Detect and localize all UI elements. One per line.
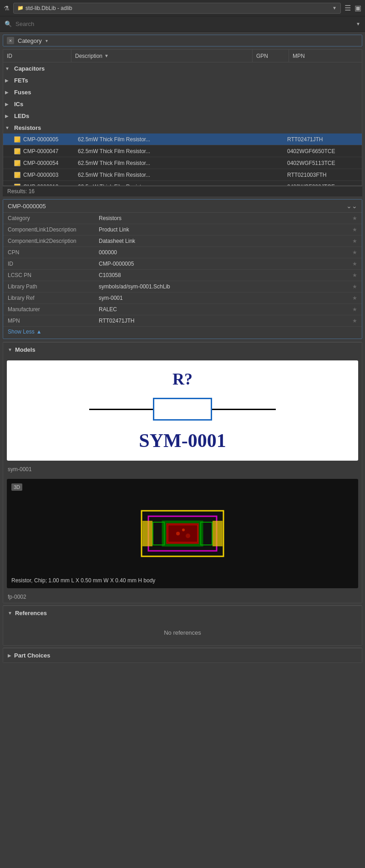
- no-references-text: No references: [3, 620, 362, 645]
- references-arrow-icon: ▼: [8, 611, 12, 616]
- prop-star-icon[interactable]: ★: [348, 247, 362, 258]
- column-header-mpn: MPN: [289, 50, 362, 62]
- search-dropdown-arrow-icon[interactable]: ▼: [356, 21, 360, 26]
- results-bar: Results: 16: [3, 186, 362, 196]
- symbol-line-right: [212, 409, 276, 410]
- models-section-header[interactable]: ▼ Models: [3, 342, 362, 357]
- detail-title: CMP-0000005: [8, 203, 46, 210]
- cell-mpn: 0402WGF6650TCE: [287, 148, 360, 154]
- panel-icon[interactable]: ▣: [355, 4, 361, 12]
- column-header-description[interactable]: Description ▼: [71, 50, 253, 62]
- detail-panel: CMP-0000005 ⌄⌄ Category Resistors ★ Comp…: [3, 199, 362, 339]
- models-section: ▼ Models R? SYM-0001 sym-0001 3D: [3, 342, 362, 603]
- symbol-top-label: R?: [172, 370, 193, 389]
- svg-rect-6: [168, 525, 198, 542]
- leds-label: LEDs: [14, 113, 29, 119]
- part-choices-section: ▶ Part Choices: [3, 647, 362, 663]
- prop-star-icon[interactable]: ★: [348, 270, 362, 281]
- references-section-header[interactable]: ▼ References: [3, 606, 362, 620]
- prop-label: Library Path: [3, 281, 94, 293]
- sort-icon: ▼: [104, 53, 109, 58]
- library-dropdown-label: std-lib.DbLib - adlib: [25, 5, 72, 11]
- prop-label: Manufacturer: [3, 304, 94, 315]
- cell-mpn: RTT02471JTH: [287, 136, 360, 143]
- cell-desc: 62.5mW Thick Film Resistor...: [78, 172, 251, 178]
- show-less-button[interactable]: Show Less ▲: [8, 329, 357, 335]
- footprint-label: fp-0002: [3, 592, 362, 603]
- references-section-title: References: [15, 610, 47, 616]
- prop-value: C103058: [94, 270, 348, 281]
- library-dropdown[interactable]: 📁 std-lib.DbLib - adlib ▼: [13, 3, 341, 14]
- search-bar: 🔍 ▼: [0, 16, 365, 32]
- resistors-arrow-icon: ▼: [5, 125, 11, 130]
- table-row[interactable]: CMP-0000003 62.5mW Thick Film Resistor..…: [3, 169, 362, 181]
- component-icon: [14, 172, 20, 178]
- prop-value: Resistors: [94, 213, 348, 224]
- ics-label: ICs: [14, 101, 23, 108]
- detail-expand-icon[interactable]: ⌄⌄: [346, 202, 357, 210]
- prop-star-icon[interactable]: ★: [348, 224, 362, 236]
- prop-star-icon[interactable]: ★: [348, 236, 362, 247]
- table-row[interactable]: CMP-0000013 62.5mW Thick Film Resistor..…: [3, 181, 362, 185]
- prop-value: symbols/ad/sym-0001.SchLib: [94, 281, 348, 293]
- category-resistors[interactable]: ▼ Resistors: [3, 122, 362, 134]
- svg-point-8: [182, 529, 185, 531]
- fp-3d-badge: 3D: [11, 483, 22, 491]
- menu-icon[interactable]: ☰: [345, 4, 351, 12]
- filter-tag-label: Category: [18, 37, 42, 44]
- prop-star-icon[interactable]: ★: [348, 315, 362, 327]
- part-choices-section-header[interactable]: ▶ Part Choices: [3, 648, 362, 663]
- category-capacitors[interactable]: ▼ Capacitors: [3, 62, 362, 74]
- toolbar: ⚗ 📁 std-lib.DbLib - adlib ▼ ☰ ▣: [0, 0, 365, 16]
- category-leds[interactable]: ▶ LEDs: [3, 110, 362, 122]
- prop-value: Product Link: [94, 224, 348, 236]
- prop-row-category: Category Resistors ★: [3, 213, 362, 224]
- filter-close-button[interactable]: ×: [7, 37, 14, 44]
- component-icon: [14, 136, 20, 143]
- capacitors-arrow-icon: ▼: [5, 66, 11, 71]
- cell-id: CMP-0000013: [23, 184, 78, 186]
- models-section-title: Models: [15, 346, 35, 353]
- component-table: ID Description ▼ GPN MPN ▼ Capacitors ▶ …: [3, 49, 362, 186]
- cell-mpn: 0402WGF220JTCE: [287, 184, 360, 186]
- search-input[interactable]: [15, 21, 352, 27]
- references-section: ▼ References No references: [3, 605, 362, 646]
- leds-arrow-icon: ▶: [5, 113, 11, 118]
- component-icon: [14, 160, 20, 166]
- models-arrow-icon: ▼: [8, 347, 12, 352]
- svg-rect-10: [142, 521, 152, 546]
- svg-point-9: [186, 534, 190, 538]
- column-header-gpn: GPN: [253, 50, 289, 62]
- symbol-rect: [153, 398, 212, 421]
- category-fets[interactable]: ▶ FETs: [3, 74, 362, 86]
- cell-desc: 62.5mW Thick Film Resistor...: [78, 136, 251, 143]
- resistors-label: Resistors: [14, 124, 41, 131]
- table-row[interactable]: CMP-0000005 62.5mW Thick Film Resistor..…: [3, 134, 362, 145]
- part-choices-section-title: Part Choices: [14, 652, 50, 659]
- prop-row-id: ID CMP-0000005 ★: [3, 258, 362, 270]
- symbol-bottom-label: SYM-0001: [139, 430, 226, 452]
- prop-row-lcscpn: LCSC PN C103058 ★: [3, 270, 362, 281]
- prop-star-icon[interactable]: ★: [348, 258, 362, 270]
- filter-arrow-icon: ▾: [46, 38, 48, 43]
- fets-arrow-icon: ▶: [5, 78, 11, 83]
- prop-value: Datasheet Link: [94, 236, 348, 247]
- prop-value: sym-0001: [94, 293, 348, 304]
- symbol-preview-card: R? SYM-0001: [7, 360, 358, 461]
- prop-label: CPN: [3, 247, 94, 258]
- prop-star-icon[interactable]: ★: [348, 293, 362, 304]
- category-ics[interactable]: ▶ ICs: [3, 98, 362, 110]
- category-fuses[interactable]: ▶ Fuses: [3, 86, 362, 98]
- prop-star-icon[interactable]: ★: [348, 304, 362, 315]
- show-less-row: Show Less ▲: [3, 327, 362, 339]
- table-scroll-area[interactable]: ▼ Capacitors ▶ FETs ▶ Fuses ▶ ICs ▶ LEDs…: [3, 62, 362, 185]
- symbol-preview-label: sym-0001: [3, 464, 362, 475]
- prop-label: MPN: [3, 315, 94, 327]
- capacitors-label: Capacitors: [14, 65, 45, 72]
- prop-star-icon[interactable]: ★: [348, 281, 362, 293]
- cell-desc: 62.5mW Thick Film Resistor...: [78, 184, 251, 186]
- table-row[interactable]: CMP-0000054 62.5mW Thick Film Resistor..…: [3, 157, 362, 169]
- table-row[interactable]: CMP-0000047 62.5mW Thick Film Resistor..…: [3, 145, 362, 157]
- prop-star-icon[interactable]: ★: [348, 213, 362, 224]
- fuses-label: Fuses: [14, 89, 31, 96]
